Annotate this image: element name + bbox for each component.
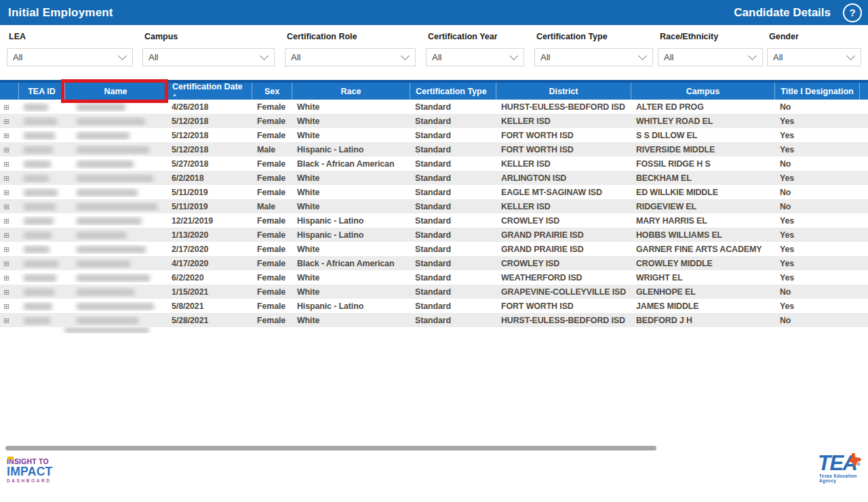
column-header-title-i-designation[interactable]: Title I Designation: [774, 83, 859, 100]
expand-row-icon[interactable]: ⊞: [3, 203, 9, 211]
filter-dropdown-certification-year[interactable]: All: [426, 48, 524, 66]
column-header-label: Campus: [686, 87, 719, 96]
certification-type-cell: Standard: [410, 273, 496, 283]
certification-type-cell: Standard: [410, 216, 496, 226]
filter-dropdown-certification-type[interactable]: All: [534, 48, 653, 66]
filter-selected-value: All: [291, 52, 300, 62]
help-glyph: ?: [849, 7, 855, 18]
expand-row-icon[interactable]: ⊞: [3, 231, 9, 239]
race-cell: Black - African American: [292, 159, 410, 169]
tea-id-cell-redacted: [18, 131, 64, 140]
sex-cell: Male: [252, 145, 292, 154]
filter-dropdown-gender[interactable]: All: [767, 48, 861, 66]
table-row[interactable]: ⊞5/11/2019MaleWhiteStandardKELLER ISDRID…: [0, 199, 868, 213]
column-header-campus[interactable]: Campus: [631, 83, 774, 100]
expand-row-icon[interactable]: ⊞: [3, 117, 9, 125]
column-header-district[interactable]: District: [496, 83, 631, 100]
sex-cell: Female: [252, 102, 292, 112]
expand-cell: ⊞: [0, 301, 18, 311]
expand-row-icon[interactable]: ⊞: [3, 146, 9, 154]
race-cell: White: [292, 102, 410, 112]
table-row[interactable]: ⊞1/13/2020FemaleHispanic - LatinoStandar…: [0, 228, 868, 242]
expand-cell: ⊞: [0, 159, 18, 169]
name-cell-redacted: [64, 202, 166, 211]
table-row[interactable]: ⊞6/2/2018FemaleWhiteStandardARLINGTON IS…: [0, 171, 868, 185]
column-header-certification-date[interactable]: Certification Date▲: [166, 83, 252, 100]
redacted-tea-id-blob: [24, 146, 53, 154]
certification-date-cell: 5/28/2021: [166, 316, 252, 325]
race-cell: White: [292, 173, 410, 183]
district-cell: GRAND PRAIRIE ISD: [496, 230, 631, 240]
filter-selected-value: All: [13, 52, 22, 62]
race-cell: White: [292, 202, 410, 211]
expand-cell: ⊞: [0, 117, 18, 126]
district-cell: FORT WORTH ISD: [496, 131, 631, 140]
filter-dropdown-certification-role[interactable]: All: [285, 48, 416, 66]
table-row[interactable]: ⊞5/12/2018MaleHispanic - LatinoStandardF…: [0, 142, 868, 156]
tea-id-cell-redacted: [18, 245, 64, 254]
table-row[interactable]: ⊞12/21/2019FemaleHispanic - LatinoStanda…: [0, 213, 868, 228]
expand-row-icon[interactable]: ⊞: [3, 131, 9, 140]
column-header-name[interactable]: Name: [64, 83, 166, 100]
expand-row-icon[interactable]: ⊞: [3, 103, 9, 111]
logo-yellow-accent: [7, 457, 14, 459]
expand-row-icon[interactable]: ⊞: [3, 259, 9, 268]
table-row[interactable]: ⊞5/11/2019FemaleWhiteStandardEAGLE MT-SA…: [0, 185, 868, 199]
filter-dropdown-lea[interactable]: All: [7, 48, 133, 66]
expand-row-icon[interactable]: ⊞: [3, 188, 9, 196]
table-row[interactable]: ⊞6/2/2020FemaleWhiteStandardWEATHERFORD …: [0, 270, 868, 285]
column-header-sex[interactable]: Sex: [252, 83, 292, 100]
candidate-details-link[interactable]: Candidate Details: [734, 6, 831, 20]
table-row[interactable]: ⊞4/17/2020FemaleBlack - African American…: [0, 256, 868, 270]
filter-dropdown-race-ethnicity[interactable]: All: [658, 48, 763, 66]
redacted-name-blob: [77, 303, 154, 310]
expand-cell: ⊞: [0, 230, 18, 240]
certification-type-cell: Standard: [410, 102, 496, 112]
campus-cell: WRIGHT EL: [631, 273, 774, 283]
table-row[interactable]: ⊞5/12/2018FemaleWhiteStandardKELLER ISDW…: [0, 114, 868, 128]
tea-id-cell-redacted: [18, 173, 64, 183]
expand-row-icon[interactable]: ⊞: [3, 174, 9, 182]
table-row[interactable]: ⊞1/15/2021FemaleWhiteStandardGRAPEVINE-C…: [0, 285, 868, 299]
help-icon[interactable]: ?: [843, 3, 862, 22]
table-row[interactable]: ⊞5/28/2021FemaleWhiteStandardHURST-EULES…: [0, 313, 868, 327]
texas-shape-icon: [848, 449, 862, 470]
expand-row-icon[interactable]: ⊞: [3, 316, 9, 325]
tea-id-cell-redacted: [18, 188, 64, 197]
expand-row-icon[interactable]: ⊞: [3, 217, 9, 225]
tea-id-cell-redacted: [18, 316, 64, 325]
expand-row-icon[interactable]: ⊞: [3, 245, 9, 253]
certification-date-cell: 12/21/2019: [166, 216, 252, 226]
table-row[interactable]: ⊞4/26/2018FemaleWhiteStandardHURST-EULES…: [0, 100, 868, 114]
table-row[interactable]: ⊞5/8/2021FemaleHispanic - LatinoStandard…: [0, 299, 868, 313]
table-row[interactable]: ⊞5/12/2018FemaleWhiteStandardFORT WORTH …: [0, 128, 868, 142]
column-header-certification-type[interactable]: Certification Type: [410, 83, 496, 100]
table-row[interactable]: ⊞2/17/2020FemaleWhiteStandardGRAND PRAIR…: [0, 242, 868, 256]
tea-id-cell-redacted: [18, 102, 64, 112]
title-i-designation-cell: Yes: [774, 117, 859, 126]
sex-cell: Female: [252, 117, 292, 126]
campus-cell: BECKHAM EL: [631, 173, 774, 183]
filter-dropdown-campus[interactable]: All: [142, 48, 275, 66]
column-header-race[interactable]: Race: [292, 83, 410, 100]
column-header-label: Certification Type: [416, 87, 487, 96]
redacted-name-blob: [77, 203, 157, 211]
redacted-name-blob: [64, 327, 149, 333]
tea-id-cell-redacted: [18, 202, 64, 211]
campus-cell: GARNER FINE ARTS ACADEMY: [631, 245, 774, 254]
redacted-name-blob: [77, 217, 142, 225]
certification-date-cell: 5/12/2018: [166, 131, 252, 140]
sex-cell: Female: [252, 230, 292, 240]
expand-row-icon[interactable]: ⊞: [3, 274, 9, 282]
expand-row-icon[interactable]: ⊞: [3, 288, 9, 296]
certification-type-cell: Standard: [410, 188, 496, 197]
horizontal-scrollbar[interactable]: [5, 446, 656, 451]
table-row[interactable]: ⊞5/27/2018FemaleBlack - African American…: [0, 156, 868, 171]
expand-row-icon[interactable]: ⊞: [3, 160, 9, 168]
district-cell: WEATHERFORD ISD: [496, 273, 631, 283]
chevron-down-icon: [401, 51, 410, 60]
column-header-tea-id[interactable]: TEA ID: [18, 83, 64, 100]
expand-cell: ⊞: [0, 273, 18, 283]
expand-row-icon[interactable]: ⊞: [3, 302, 9, 310]
table-header-row: TEA IDNameCertification Date▲SexRaceCert…: [0, 80, 868, 100]
